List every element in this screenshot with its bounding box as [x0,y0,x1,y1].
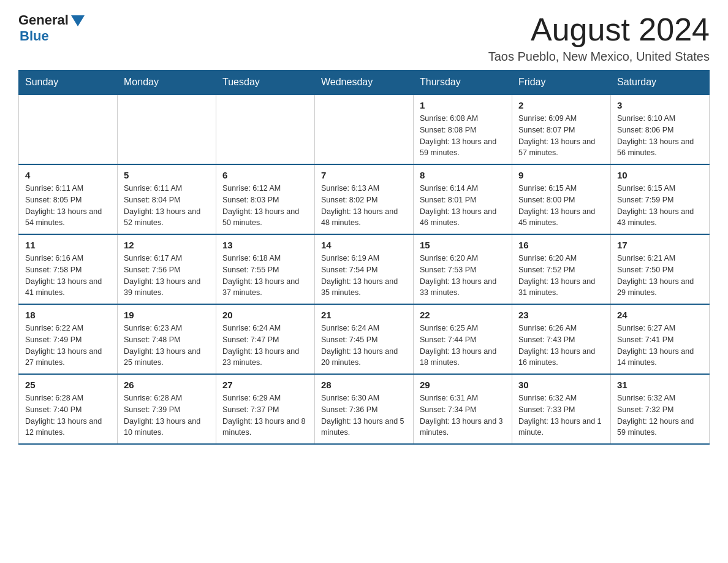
day-number: 14 [321,240,407,250]
day-info: Sunrise: 6:28 AM Sunset: 7:39 PM Dayligh… [124,393,210,439]
day-number: 28 [321,380,407,390]
svg-marker-0 [71,15,85,26]
day-number: 2 [518,100,604,110]
day-number: 17 [617,240,703,250]
day-number: 16 [518,240,604,250]
day-number: 27 [222,380,308,390]
calendar-header-friday: Friday [512,71,611,95]
logo-blue: Blue [20,28,49,44]
day-info: Sunrise: 6:15 AM Sunset: 8:00 PM Dayligh… [518,183,604,229]
day-number: 15 [420,240,506,250]
day-number: 30 [518,380,604,390]
day-info: Sunrise: 6:15 AM Sunset: 7:59 PM Dayligh… [617,183,703,229]
day-number: 25 [25,380,111,390]
calendar-cell: 5Sunrise: 6:11 AM Sunset: 8:04 PM Daylig… [118,164,216,234]
day-info: Sunrise: 6:13 AM Sunset: 8:02 PM Dayligh… [321,183,407,229]
calendar-cell: 19Sunrise: 6:23 AM Sunset: 7:48 PM Dayli… [118,304,216,374]
day-info: Sunrise: 6:09 AM Sunset: 8:07 PM Dayligh… [518,113,604,159]
day-number: 19 [124,310,210,320]
day-info: Sunrise: 6:24 AM Sunset: 7:47 PM Dayligh… [222,323,308,369]
day-number: 12 [124,240,210,250]
calendar-header-thursday: Thursday [414,71,512,95]
calendar-cell: 21Sunrise: 6:24 AM Sunset: 7:45 PM Dayli… [315,304,414,374]
day-number: 29 [420,380,506,390]
calendar-cell: 16Sunrise: 6:20 AM Sunset: 7:52 PM Dayli… [512,234,611,304]
calendar-header-wednesday: Wednesday [315,71,414,95]
day-info: Sunrise: 6:28 AM Sunset: 7:40 PM Dayligh… [25,393,111,439]
calendar-cell: 6Sunrise: 6:12 AM Sunset: 8:03 PM Daylig… [216,164,315,234]
calendar-cell: 2Sunrise: 6:09 AM Sunset: 8:07 PM Daylig… [512,94,611,164]
day-number: 13 [222,240,308,250]
calendar-week-1: 1Sunrise: 6:08 AM Sunset: 8:08 PM Daylig… [19,94,710,164]
calendar-cell: 7Sunrise: 6:13 AM Sunset: 8:02 PM Daylig… [315,164,414,234]
calendar-cell [216,94,315,164]
day-info: Sunrise: 6:22 AM Sunset: 7:49 PM Dayligh… [25,323,111,369]
calendar-cell: 29Sunrise: 6:31 AM Sunset: 7:34 PM Dayli… [414,374,512,444]
calendar-header-row: SundayMondayTuesdayWednesdayThursdayFrid… [19,71,710,95]
calendar-cell: 28Sunrise: 6:30 AM Sunset: 7:36 PM Dayli… [315,374,414,444]
day-number: 3 [617,100,703,110]
calendar-cell [19,94,118,164]
calendar-cell: 18Sunrise: 6:22 AM Sunset: 7:49 PM Dayli… [19,304,118,374]
calendar-cell: 31Sunrise: 6:32 AM Sunset: 7:32 PM Dayli… [611,374,710,444]
day-info: Sunrise: 6:12 AM Sunset: 8:03 PM Dayligh… [222,183,308,229]
day-info: Sunrise: 6:29 AM Sunset: 7:37 PM Dayligh… [222,393,308,439]
logo-general: General [18,12,69,28]
calendar-cell: 12Sunrise: 6:17 AM Sunset: 7:56 PM Dayli… [118,234,216,304]
day-number: 9 [518,170,604,180]
calendar-cell [118,94,216,164]
day-number: 20 [222,310,308,320]
day-number: 5 [124,170,210,180]
calendar-cell: 30Sunrise: 6:32 AM Sunset: 7:33 PM Dayli… [512,374,611,444]
calendar-cell: 1Sunrise: 6:08 AM Sunset: 8:08 PM Daylig… [414,94,512,164]
day-number: 7 [321,170,407,180]
calendar-cell: 15Sunrise: 6:20 AM Sunset: 7:53 PM Dayli… [414,234,512,304]
calendar-cell: 14Sunrise: 6:19 AM Sunset: 7:54 PM Dayli… [315,234,414,304]
calendar-cell: 23Sunrise: 6:26 AM Sunset: 7:43 PM Dayli… [512,304,611,374]
day-info: Sunrise: 6:10 AM Sunset: 8:06 PM Dayligh… [617,113,703,159]
calendar-cell: 22Sunrise: 6:25 AM Sunset: 7:44 PM Dayli… [414,304,512,374]
day-number: 22 [420,310,506,320]
day-info: Sunrise: 6:26 AM Sunset: 7:43 PM Dayligh… [518,323,604,369]
day-number: 1 [420,100,506,110]
calendar-cell: 24Sunrise: 6:27 AM Sunset: 7:41 PM Dayli… [611,304,710,374]
day-info: Sunrise: 6:16 AM Sunset: 7:58 PM Dayligh… [25,253,111,299]
day-info: Sunrise: 6:11 AM Sunset: 8:05 PM Dayligh… [25,183,111,229]
location-title: Taos Pueblo, New Mexico, United States [488,50,710,64]
title-block: August 2024 Taos Pueblo, New Mexico, Uni… [488,12,710,64]
calendar-cell: 11Sunrise: 6:16 AM Sunset: 7:58 PM Dayli… [19,234,118,304]
day-info: Sunrise: 6:32 AM Sunset: 7:33 PM Dayligh… [518,393,604,439]
calendar-week-5: 25Sunrise: 6:28 AM Sunset: 7:40 PM Dayli… [19,374,710,444]
day-info: Sunrise: 6:30 AM Sunset: 7:36 PM Dayligh… [321,393,407,439]
day-number: 21 [321,310,407,320]
day-info: Sunrise: 6:23 AM Sunset: 7:48 PM Dayligh… [124,323,210,369]
day-number: 10 [617,170,703,180]
day-number: 6 [222,170,308,180]
day-info: Sunrise: 6:27 AM Sunset: 7:41 PM Dayligh… [617,323,703,369]
calendar-cell [315,94,414,164]
calendar-cell: 27Sunrise: 6:29 AM Sunset: 7:37 PM Dayli… [216,374,315,444]
day-number: 24 [617,310,703,320]
day-info: Sunrise: 6:32 AM Sunset: 7:32 PM Dayligh… [617,393,703,439]
calendar-cell: 25Sunrise: 6:28 AM Sunset: 7:40 PM Dayli… [19,374,118,444]
day-info: Sunrise: 6:19 AM Sunset: 7:54 PM Dayligh… [321,253,407,299]
calendar-cell: 4Sunrise: 6:11 AM Sunset: 8:05 PM Daylig… [19,164,118,234]
calendar-cell: 20Sunrise: 6:24 AM Sunset: 7:47 PM Dayli… [216,304,315,374]
day-number: 11 [25,240,111,250]
calendar-header-saturday: Saturday [611,71,710,95]
page-header: General Blue August 2024 Taos Pueblo, Ne… [18,12,710,64]
logo-arrow-icon [71,15,85,26]
day-info: Sunrise: 6:20 AM Sunset: 7:53 PM Dayligh… [420,253,506,299]
calendar-cell: 3Sunrise: 6:10 AM Sunset: 8:06 PM Daylig… [611,94,710,164]
day-info: Sunrise: 6:08 AM Sunset: 8:08 PM Dayligh… [420,113,506,159]
calendar-cell: 10Sunrise: 6:15 AM Sunset: 7:59 PM Dayli… [611,164,710,234]
calendar-cell: 26Sunrise: 6:28 AM Sunset: 7:39 PM Dayli… [118,374,216,444]
calendar: SundayMondayTuesdayWednesdayThursdayFrid… [18,70,710,445]
day-info: Sunrise: 6:25 AM Sunset: 7:44 PM Dayligh… [420,323,506,369]
calendar-header-monday: Monday [118,71,216,95]
calendar-cell: 8Sunrise: 6:14 AM Sunset: 8:01 PM Daylig… [414,164,512,234]
day-info: Sunrise: 6:17 AM Sunset: 7:56 PM Dayligh… [124,253,210,299]
day-info: Sunrise: 6:21 AM Sunset: 7:50 PM Dayligh… [617,253,703,299]
day-info: Sunrise: 6:14 AM Sunset: 8:01 PM Dayligh… [420,183,506,229]
calendar-week-4: 18Sunrise: 6:22 AM Sunset: 7:49 PM Dayli… [19,304,710,374]
